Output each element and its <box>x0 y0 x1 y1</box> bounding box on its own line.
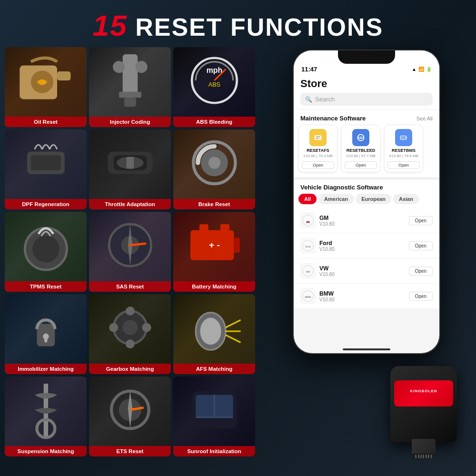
gearbox-matching-label: Gearbox Matching <box>89 364 171 374</box>
grid-item-injector-coding[interactable]: Injector Coding <box>89 47 171 127</box>
resetafs-name: RESETAFS <box>302 148 334 153</box>
afs-matching-icon <box>173 294 255 361</box>
pin-4 <box>423 455 424 458</box>
filter-tabs: All American European Asian <box>294 194 439 208</box>
filter-all[interactable]: All <box>298 194 317 204</box>
suspension-matching-label: Suspension Matching <box>5 446 87 456</box>
immobilizer-matching-icon <box>5 294 87 361</box>
grid-item-sas-reset[interactable]: SAS Reset <box>89 212 171 292</box>
grid-item-abs-bleeding[interactable]: mphABSABS Bleeding <box>173 47 255 127</box>
phone-section: 11:47 ▲ 📶 🔋 Store 🔍 Search <box>262 47 471 461</box>
signal-icon: 📶 <box>418 67 424 72</box>
software-card-resetbleed[interactable]: ABS RESETBLEED V10.80 | 97.7 MB Open <box>341 125 380 172</box>
resetbleed-icon: ABS <box>352 129 369 146</box>
pin-3 <box>420 455 422 458</box>
phone-home-indicator <box>343 348 390 350</box>
device-body: KINGBOLEN <box>390 366 457 442</box>
vehicle-row-3: VW VW V10.80 Open <box>294 258 439 284</box>
resetbleed-open-btn[interactable]: Open <box>345 161 377 169</box>
resetbms-version: V10.80 | 79.6 MB <box>387 154 420 158</box>
afs-matching-label: AFS Matching <box>173 364 255 374</box>
maintenance-title: Maintenance Software <box>300 115 366 122</box>
filter-asian[interactable]: Asian <box>393 194 419 204</box>
ets-reset-label: ETS Reset <box>89 446 171 456</box>
grid-item-afs-matching[interactable]: AFS Matching <box>173 294 255 374</box>
ets-reset-icon <box>89 377 171 443</box>
vehicle-open-4[interactable]: Open <box>409 292 433 301</box>
grid-item-immobilizer-matching[interactable]: Immobilizer Matching <box>5 294 87 374</box>
vehicle-title: Vehicle Diagnostic Software <box>300 184 383 191</box>
svg-rect-4 <box>119 92 141 98</box>
resetafs-version: V10.80 | 70.3 MB <box>302 154 334 158</box>
vehicle-logo-3: VW <box>300 263 316 278</box>
grid-item-suspension-matching[interactable]: Suspension Matching <box>5 377 87 456</box>
reset-title: RESET FUNCTIONS <box>135 13 383 41</box>
reset-number: 15 <box>93 9 128 42</box>
vehicle-open-3[interactable]: Open <box>409 267 433 276</box>
see-all-link[interactable]: See All <box>416 116 433 121</box>
sas-reset-label: SAS Reset <box>89 281 171 292</box>
pin-7 <box>431 455 432 458</box>
battery-icon: 🔋 <box>426 67 432 72</box>
svg-point-38 <box>142 323 151 332</box>
svg-rect-27 <box>199 224 208 232</box>
resetbms-open-btn[interactable]: Open <box>387 161 420 169</box>
phone-notch <box>338 50 395 64</box>
resetafs-open-btn[interactable]: Open <box>302 161 334 169</box>
software-card-resetbms[interactable]: RESETBMS V10.80 | 79.6 MB Open <box>384 125 423 172</box>
immobilizer-matching-label: Immobilizer Matching <box>5 364 87 374</box>
wifi-icon: ▲ <box>412 67 416 72</box>
svg-rect-3 <box>122 54 138 96</box>
grid-item-ets-reset[interactable]: ETS Reset <box>89 377 171 456</box>
svg-text:BMW: BMW <box>305 296 311 298</box>
svg-rect-54 <box>406 137 407 139</box>
gearbox-matching-icon <box>89 294 171 361</box>
pin-2 <box>418 455 419 458</box>
sunroof-initialization-icon <box>173 377 255 443</box>
filter-european[interactable]: European <box>356 194 391 204</box>
resetbms-icon <box>395 129 412 146</box>
svg-rect-48 <box>315 135 322 140</box>
throttle-adaptation-label: Throttle Adaptation <box>89 199 171 209</box>
software-cards: RESETAFS V10.80 | 70.3 MB Open ABS RESET… <box>294 125 439 177</box>
vehicle-info-1: 🚗 GM V10.80 <box>300 213 335 228</box>
functions-grid: Oil ResetInjector CodingmphABSABS Bleedi… <box>5 47 255 461</box>
search-bar[interactable]: 🔍 Search <box>300 93 433 106</box>
pin-1 <box>415 455 416 458</box>
svg-rect-5 <box>124 98 136 107</box>
oil-reset-label: Oil Reset <box>5 117 87 127</box>
vehicle-logo-4: BMW <box>300 288 316 304</box>
vehicle-open-1[interactable]: Open <box>409 216 433 225</box>
vehicle-name-3: VW V10.80 <box>319 265 335 277</box>
device-red-strip <box>394 380 453 407</box>
vehicle-info-4: BMW BMW V10.80 <box>300 288 335 304</box>
dpf-regeneration-icon <box>5 129 87 196</box>
grid-item-battery-matching[interactable]: + -Battery Matching <box>173 212 255 292</box>
svg-point-35 <box>126 307 135 316</box>
main-content: Oil ResetInjector CodingmphABSABS Bleedi… <box>0 47 476 461</box>
vehicle-row-2: Ford Ford V10.80 Open <box>294 233 439 258</box>
grid-item-gearbox-matching[interactable]: Gearbox Matching <box>89 294 171 374</box>
tpms-reset-icon <box>5 212 87 278</box>
grid-item-throttle-adaptation[interactable]: Throttle Adaptation <box>89 129 171 209</box>
vehicle-info-3: VW VW V10.80 <box>300 263 335 278</box>
app-header: Store 🔍 Search <box>294 75 439 110</box>
svg-rect-13 <box>30 155 60 170</box>
grid-item-dpf-regeneration[interactable]: DPF Regeneration <box>5 129 87 209</box>
sunroof-initialization-label: Sunroof Initialization <box>173 446 255 456</box>
vehicle-list: 🚗 GM V10.80 Open <box>294 208 439 309</box>
resetbleed-name: RESETBLEED <box>345 148 377 153</box>
grid-item-brake-reset[interactable]: Brake Reset <box>173 129 255 209</box>
brake-reset-label: Brake Reset <box>173 199 255 209</box>
software-card-resetafs[interactable]: RESETAFS V10.80 | 70.3 MB Open <box>298 125 337 172</box>
svg-text:ABS: ABS <box>357 136 365 139</box>
resetafs-icon <box>309 129 327 146</box>
grid-item-sunroof-initialization[interactable]: Sunroof Initialization <box>173 377 255 456</box>
filter-american[interactable]: American <box>318 194 354 204</box>
svg-text:ABS: ABS <box>208 81 220 88</box>
vehicle-open-2[interactable]: Open <box>409 241 433 250</box>
vehicle-name-1: GM V10.80 <box>319 215 335 227</box>
suspension-matching-icon <box>5 377 87 443</box>
grid-item-tpms-reset[interactable]: TPMS Reset <box>5 212 87 292</box>
grid-item-oil-reset[interactable]: Oil Reset <box>5 47 87 127</box>
